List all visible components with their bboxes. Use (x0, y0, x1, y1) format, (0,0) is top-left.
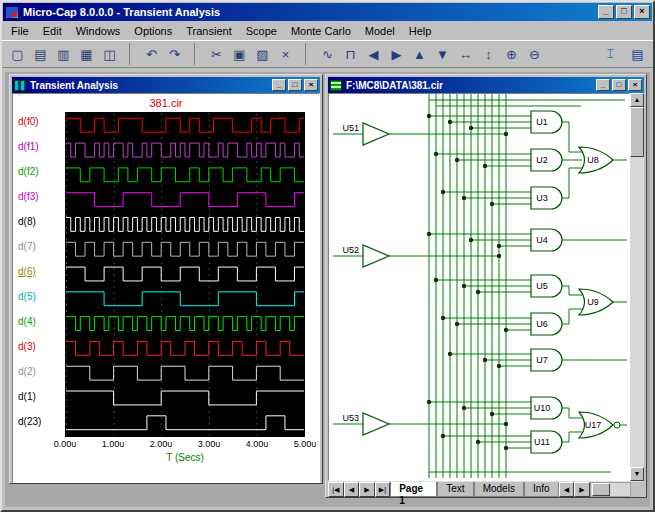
undo-button[interactable]: ↶ (140, 43, 163, 65)
tab-nav-2[interactable]: ▶ (359, 482, 375, 497)
scroll-down-button[interactable]: ▼ (630, 467, 644, 481)
buffer-U53[interactable]: U53 (333, 413, 508, 435)
print-button[interactable]: ▦ (75, 43, 98, 65)
app-icon[interactable] (5, 6, 19, 19)
vertical-scroll-track[interactable] (630, 107, 644, 467)
signal-label-d(f0)[interactable]: d(f0) (18, 116, 39, 127)
delete-button[interactable]: × (274, 43, 297, 65)
signal-label-d(23)[interactable]: d(23) (18, 416, 41, 427)
menu-windows[interactable]: Windows (69, 23, 128, 39)
peak-button[interactable]: ▲ (408, 43, 431, 65)
pulse-mode-button[interactable]: ⊓ (339, 43, 362, 65)
titlebar[interactable]: Micro-Cap 8.0.0.0 - Transient Analysis _… (3, 3, 652, 21)
transient-analysis-window[interactable]: Transient Analysis _□× 381.cir d(f0)d(f1… (9, 74, 323, 484)
print-preview-button[interactable]: ◫ (98, 43, 121, 65)
buffer-symbol[interactable] (363, 413, 389, 435)
gate-U1[interactable]: U1 (427, 111, 569, 133)
signal-label-d(f2)[interactable]: d(f2) (18, 166, 39, 177)
hscroll-track[interactable] (590, 482, 632, 497)
save-button[interactable]: ▥ (52, 43, 75, 65)
gate-U11[interactable]: U11 (441, 431, 569, 453)
horizontal-tag-button[interactable]: ↔ (454, 43, 477, 65)
tab-info[interactable]: Info (524, 482, 559, 497)
menu-scope[interactable]: Scope (239, 23, 284, 39)
gate-U5[interactable]: U5 (434, 275, 569, 297)
trace-d(7) (66, 242, 304, 256)
signal-label-d(1)[interactable]: d(1) (18, 391, 36, 402)
schematic-window[interactable]: F:\MC8\DATA\381.cir _□× U51U52U53U1U2U3U… (325, 74, 647, 498)
redo-button[interactable]: ↷ (163, 43, 186, 65)
signal-label-d(4)[interactable]: d(4) (18, 316, 36, 327)
hscroll-thumb[interactable] (592, 483, 610, 496)
vertical-tag-button[interactable]: ↕ (477, 43, 500, 65)
tab-page-1[interactable]: Page 1 (390, 482, 437, 497)
gate-U10[interactable]: U10 (427, 397, 569, 419)
page-view-button[interactable]: ▤ (626, 43, 649, 65)
gate-U8[interactable]: U8 (569, 122, 627, 198)
sine-wave-mode-button[interactable]: ∿ (316, 43, 339, 65)
scroll-up-button[interactable]: ▲ (630, 93, 644, 107)
zoom-out-button[interactable]: ⊖ (523, 43, 546, 65)
minimize-button[interactable]: _ (596, 79, 610, 91)
minimize-button[interactable]: _ (272, 79, 286, 91)
tab-text[interactable]: Text (437, 482, 473, 497)
copy-button[interactable]: ▣ (228, 43, 251, 65)
close-button[interactable]: × (304, 79, 318, 91)
gate-U7[interactable]: U7 (448, 349, 627, 371)
signal-label-d(f1)[interactable]: d(f1) (18, 141, 39, 152)
hscroll-left-button[interactable]: ◀ (559, 482, 575, 497)
signal-label-d(3)[interactable]: d(3) (18, 341, 36, 352)
gate-U9[interactable]: U9 (569, 286, 627, 324)
maximize-button[interactable]: □ (612, 79, 626, 91)
junction-dot (483, 164, 487, 168)
signal-label-d(6)[interactable]: d(6) (18, 266, 36, 277)
signal-label-d(7)[interactable]: d(7) (18, 241, 36, 252)
buffer-U52[interactable]: U52 (333, 245, 501, 267)
zoom-in-button[interactable]: ⊕ (500, 43, 523, 65)
close-button[interactable]: × (628, 79, 642, 91)
maximize-button[interactable]: □ (288, 79, 302, 91)
tab-nav-3[interactable]: ▶| (375, 482, 391, 497)
schematic-window-icon[interactable] (330, 80, 342, 91)
menu-file[interactable]: File (4, 23, 36, 39)
tab-nav-0[interactable]: |◀ (328, 482, 344, 497)
menu-help[interactable]: Help (402, 23, 439, 39)
signal-label-d(8)[interactable]: d(8) (18, 216, 36, 227)
tab-nav-1[interactable]: ◀ (344, 482, 360, 497)
gate-U3[interactable]: U3 (441, 187, 569, 209)
maximize-button[interactable]: □ (616, 5, 632, 19)
paste-button[interactable]: ▨ (251, 43, 274, 65)
close-button[interactable]: × (634, 5, 650, 19)
cursor-right-button[interactable]: ▶ (385, 43, 408, 65)
menu-monte-carlo[interactable]: Monte Carlo (284, 23, 358, 39)
schematic-canvas[interactable]: U51U52U53U1U2U3U4U5U6U7U10U11U8U9U17 (329, 94, 629, 478)
buffer-symbol[interactable] (363, 245, 389, 267)
menu-model[interactable]: Model (358, 23, 402, 39)
buffer-U51[interactable]: U51 (333, 123, 508, 145)
cursor-left-button[interactable]: ◀ (362, 43, 385, 65)
signal-label-d(5)[interactable]: d(5) (18, 291, 36, 302)
buffer-symbol[interactable] (363, 123, 389, 145)
analysis-window-icon[interactable] (14, 80, 26, 91)
schematic-page[interactable]: U51U52U53U1U2U3U4U5U6U7U10U11U8U9U17 (328, 93, 630, 481)
cut-button[interactable]: ✂ (205, 43, 228, 65)
open-button[interactable]: ▤ (29, 43, 52, 65)
new-button[interactable]: ▢ (6, 43, 29, 65)
tab-models[interactable]: Models (474, 482, 524, 497)
minimize-button[interactable]: _ (598, 5, 614, 19)
gate-U17[interactable]: U17 (569, 408, 627, 442)
menu-options[interactable]: Options (127, 23, 179, 39)
menu-edit[interactable]: Edit (36, 23, 69, 39)
signal-label-d(f3)[interactable]: d(f3) (18, 191, 39, 202)
vertical-scrollbar[interactable]: ▲ ▼ (630, 93, 644, 481)
analysis-window-titlebar[interactable]: Transient Analysis _□× (12, 77, 320, 93)
signal-label-d(2)[interactable]: d(2) (18, 366, 36, 377)
vertical-scroll-thumb[interactable] (630, 107, 644, 157)
gate-U6[interactable]: U6 (441, 313, 569, 335)
component-list-button[interactable]: ⌶ (599, 43, 622, 65)
valley-button[interactable]: ▼ (431, 43, 454, 65)
menu-transient[interactable]: Transient (179, 23, 238, 39)
schematic-window-titlebar[interactable]: F:\MC8\DATA\381.cir _□× (328, 77, 644, 93)
hscroll-right-button[interactable]: ▶ (574, 482, 590, 497)
gate-U2[interactable]: U2 (434, 149, 569, 171)
